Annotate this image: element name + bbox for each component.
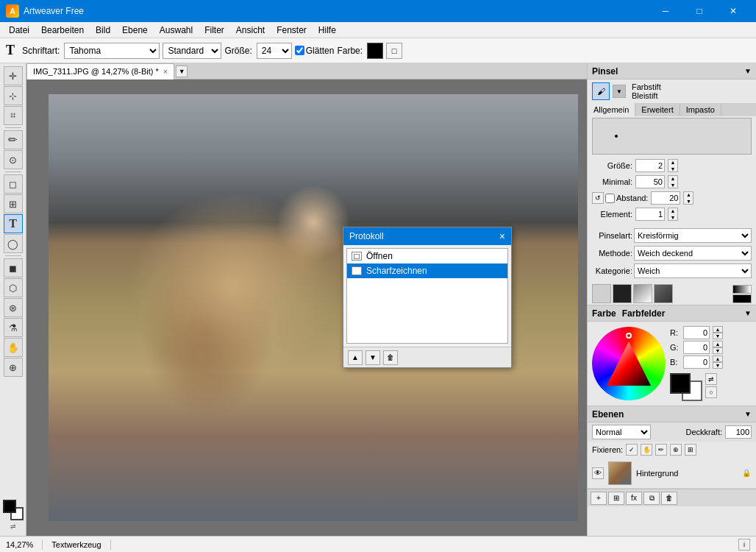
protocol-item-open[interactable]: □ Öffnen <box>347 249 507 263</box>
duplicate-layer-btn[interactable]: ⧉ <box>643 492 660 505</box>
abstand-reset-btn[interactable]: ↺ <box>592 192 604 204</box>
minimal-spinner[interactable]: ▲ ▼ <box>668 175 678 188</box>
b-spinner[interactable]: ▲ ▼ <box>713 355 723 369</box>
deckkraft-input[interactable] <box>725 425 752 439</box>
brush-sample-4[interactable] <box>654 284 673 303</box>
eraser-tool[interactable]: ◻ <box>4 174 23 194</box>
minimal-input[interactable] <box>635 175 665 188</box>
fix-btn-1[interactable]: ✓ <box>626 444 638 456</box>
close-button[interactable]: ✕ <box>716 0 750 22</box>
crop-tool[interactable]: ⌗ <box>4 106 23 125</box>
menu-item-filter[interactable]: Filter <box>199 24 230 37</box>
brush-sample-2[interactable] <box>613 284 632 303</box>
b-input[interactable] <box>683 355 710 369</box>
tab-menu-btn[interactable]: ▼ <box>176 66 188 77</box>
hand-tool[interactable]: ✋ <box>4 338 23 357</box>
delete-layer-btn[interactable]: 🗑 <box>661 492 677 505</box>
grid-tool[interactable]: ⊞ <box>4 194 23 213</box>
r-spinner[interactable]: ▲ ▼ <box>713 326 723 339</box>
add-layer-btn[interactable]: + <box>591 492 607 505</box>
menu-item-fenster[interactable]: Fenster <box>271 24 313 37</box>
menu-item-bearbeiten[interactable]: Bearbeiten <box>35 24 90 37</box>
dialog-delete-btn[interactable]: 🗑 <box>383 350 398 365</box>
tab-impasto[interactable]: Impasto <box>680 103 721 116</box>
fix-btn-5[interactable]: ⊞ <box>685 444 696 456</box>
g-spinner[interactable]: ▲ ▼ <box>713 341 723 354</box>
maximize-button[interactable]: □ <box>682 0 716 22</box>
methode-select[interactable]: Weich deckend <box>634 246 752 261</box>
pencil-tool[interactable]: ✏ <box>4 130 23 149</box>
color-wheel-container[interactable] <box>592 327 666 400</box>
g-input[interactable] <box>683 341 710 354</box>
zoom-tool[interactable]: ⊕ <box>4 358 23 377</box>
abstand-checkbox[interactable] <box>605 194 615 203</box>
clone-tool[interactable]: ⊛ <box>4 298 23 317</box>
abstand-spinner[interactable]: ▲ ▼ <box>683 191 693 205</box>
color-fg-bg-swatches[interactable] <box>670 373 702 401</box>
fix-btn-4[interactable]: ⊕ <box>670 444 682 456</box>
canvas-tab-item[interactable]: IMG_7311.JPG @ 14,27% (8-Bit) * × <box>26 63 174 79</box>
style-select[interactable]: Standard <box>163 43 221 59</box>
size-select[interactable]: 24 <box>257 43 292 59</box>
menu-item-ebene[interactable]: Ebene <box>116 24 154 37</box>
dialog-close-btn[interactable]: × <box>499 230 505 242</box>
layer-visibility-btn[interactable]: 👁 <box>592 467 604 479</box>
lasso-tool[interactable]: ⊙ <box>4 150 23 169</box>
text-tool[interactable]: T <box>4 214 23 233</box>
layers-mode-select[interactable]: Normal <box>592 425 651 439</box>
rubber-tool[interactable]: ⬡ <box>4 278 23 297</box>
brush-sample-3[interactable] <box>633 284 652 303</box>
black-swatch[interactable] <box>732 294 752 303</box>
layer-hintergrund[interactable]: 👁 Hintergrund 🔒 <box>588 458 756 489</box>
color-panel-icon[interactable]: ▼ <box>744 309 752 317</box>
minimize-button[interactable]: ─ <box>649 0 682 22</box>
element-input[interactable] <box>635 208 665 221</box>
menu-item-datei[interactable]: Datei <box>3 24 35 37</box>
status-info-btn[interactable]: i <box>738 539 750 551</box>
dialog-listbox[interactable]: □ Öffnen □ Scharfzeichnen <box>346 248 508 344</box>
farbstift-btn[interactable]: 🖌 <box>592 82 610 100</box>
brush-dropdown-btn[interactable]: ▼ <box>613 85 626 98</box>
layer-effects-btn[interactable]: fx <box>626 492 642 505</box>
menu-item-bild[interactable]: Bild <box>90 24 116 37</box>
swap-btn[interactable]: ⇌ <box>705 373 717 385</box>
pinselart-select[interactable]: Kreisförmig <box>634 228 752 243</box>
swap-colors-btn[interactable]: ⇌ <box>10 523 16 530</box>
color-wheel[interactable] <box>592 327 666 400</box>
tab-allgemein[interactable]: Allgemein <box>588 103 635 116</box>
glaetten-checkbox[interactable] <box>295 46 304 55</box>
fill-tool[interactable]: ◼ <box>4 258 23 277</box>
eyedrop-tool[interactable]: ⚗ <box>4 318 23 337</box>
fg-color-swatch[interactable] <box>3 500 16 513</box>
move-tool[interactable]: ✛ <box>4 66 23 85</box>
gradient-swatch[interactable] <box>732 285 752 294</box>
glaetten-label[interactable]: Glätten <box>295 46 335 56</box>
color-fg-swatch[interactable] <box>670 373 691 394</box>
r-input[interactable] <box>683 326 710 339</box>
abstand-input[interactable] <box>651 191 680 205</box>
dialog-down-btn[interactable]: ▼ <box>365 350 380 365</box>
canvas-tab-close[interactable]: × <box>163 67 168 76</box>
toolbar-extra-btn[interactable]: □ <box>386 43 402 59</box>
dialog-up-btn[interactable]: ▲ <box>348 350 363 365</box>
brush-panel-icon[interactable]: ▼ <box>744 67 752 75</box>
fix-btn-3[interactable]: ✏ <box>655 444 667 456</box>
protocol-item-sharpen[interactable]: □ Scharfzeichnen <box>347 263 507 278</box>
menu-item-hilfe[interactable]: Hilfe <box>313 24 342 37</box>
groesse-spinner[interactable]: ▲ ▼ <box>668 159 678 172</box>
menu-item-ansicht[interactable]: Ansicht <box>230 24 271 37</box>
element-spinner[interactable]: ▲ ▼ <box>668 208 678 221</box>
add-group-btn[interactable]: ⊞ <box>608 492 624 505</box>
brush-sample-1[interactable] <box>592 284 611 303</box>
layers-panel-icon[interactable]: ▼ <box>744 410 752 418</box>
transform-tool[interactable]: ⊹ <box>4 86 23 105</box>
font-select[interactable]: Tahoma <box>64 43 160 59</box>
fg-bg-swatches[interactable] <box>3 500 24 520</box>
menu-item-auswahl[interactable]: Auswahl <box>154 24 199 37</box>
shape-tool[interactable]: ◯ <box>4 234 23 253</box>
kategorie-select[interactable]: Weich <box>634 263 752 278</box>
canvas-bg[interactable]: Protokoll × □ Öffnen □ Scharfzeichnen <box>26 79 587 536</box>
groesse-input[interactable] <box>635 159 665 172</box>
fix-btn-2[interactable]: ✋ <box>641 444 652 456</box>
color-swatch[interactable] <box>367 43 383 59</box>
